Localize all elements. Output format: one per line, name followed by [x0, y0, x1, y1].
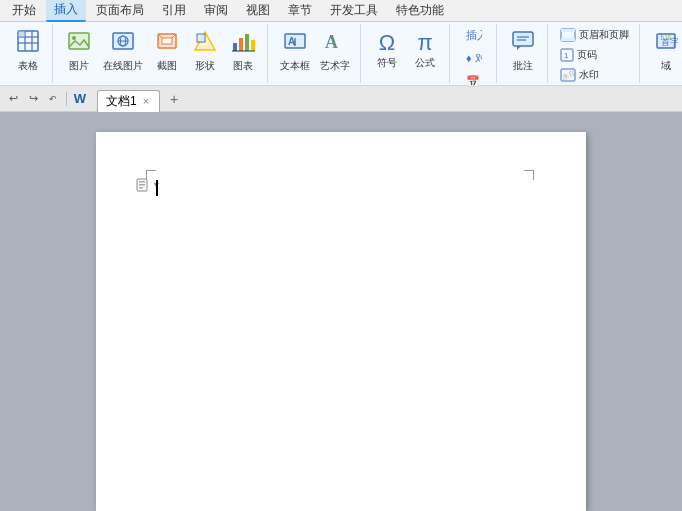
svg-rect-18	[233, 43, 237, 51]
ribbon-group-text: A 文本框 A	[270, 24, 361, 83]
svg-rect-20	[245, 34, 249, 51]
ribbon-group-links: 插入数字 ♦ 对象 📅 日期	[452, 24, 497, 83]
svg-rect-30	[513, 32, 533, 46]
screenshot-label: 截图	[157, 59, 177, 73]
textbox-label: 文本框	[280, 59, 310, 73]
svg-rect-6	[69, 33, 89, 49]
text-cursor	[156, 180, 158, 196]
watermark-button[interactable]: 水印 水印	[556, 66, 603, 84]
doc1-tab[interactable]: 文档1 ×	[97, 90, 160, 112]
undo-button[interactable]: ↩	[4, 90, 22, 108]
svg-rect-19	[239, 38, 243, 51]
object-icon: ♦ 对象	[466, 51, 482, 68]
symbol-icon: Ω	[379, 32, 395, 54]
symbol-button[interactable]: Ω 符号	[369, 26, 405, 76]
new-tab-button[interactable]: +	[164, 89, 184, 109]
shape-icon	[193, 29, 217, 57]
note-icon	[511, 29, 535, 57]
menu-insert[interactable]: 插入	[46, 0, 86, 22]
note-button[interactable]: 批注	[505, 26, 541, 76]
note-label: 批注	[513, 59, 533, 73]
divider	[66, 92, 67, 106]
textbox-button[interactable]: A 文本框	[276, 26, 314, 76]
wordart-label: 艺术字	[320, 59, 350, 73]
svg-text:水印: 水印	[561, 69, 576, 80]
ribbon-group-table-items: 表格	[10, 26, 46, 81]
menu-review[interactable]: 审阅	[196, 0, 236, 21]
insertnum-icon: 插入数字	[466, 28, 482, 45]
ribbon-comment-items: 批注	[505, 26, 541, 81]
area-icon: 首字 下沉	[654, 29, 678, 57]
ribbon-text-items: A 文本框 A	[276, 26, 354, 81]
redo-button[interactable]: ↪	[24, 90, 42, 108]
svg-text:1: 1	[564, 51, 569, 60]
svg-rect-36	[561, 38, 575, 41]
svg-rect-21	[251, 40, 255, 51]
ribbon-links-items: 插入数字 ♦ 对象 📅 日期	[458, 26, 490, 93]
insertnum-button[interactable]: 插入数字	[458, 26, 490, 47]
date-icon: 📅 日期	[466, 74, 482, 91]
svg-rect-35	[561, 29, 575, 32]
svg-text:A: A	[325, 32, 338, 52]
document-page[interactable]: ▼	[96, 132, 586, 511]
doc1-tab-close[interactable]: ×	[143, 95, 149, 107]
svg-text:下沉: 下沉	[658, 33, 672, 40]
symbol-label: 符号	[377, 56, 397, 70]
area-button[interactable]: 首字 下沉 域	[648, 26, 682, 76]
svg-point-7	[72, 36, 76, 40]
online-picture-button[interactable]: 在线图片	[99, 26, 147, 76]
undo2-button[interactable]: ↶	[44, 90, 62, 108]
menu-layout[interactable]: 页面布局	[88, 0, 152, 21]
menu-devtools[interactable]: 开发工具	[322, 0, 386, 21]
picture-icon	[67, 29, 91, 57]
shape-button[interactable]: 形状	[187, 26, 223, 76]
table-label: 表格	[18, 59, 38, 73]
svg-rect-47	[139, 187, 143, 189]
tab-controls: ↩ ↪ ↶ W	[4, 90, 89, 108]
headfoot-button[interactable]: 页眉和页脚	[556, 26, 633, 44]
formula-label: 公式	[415, 56, 435, 70]
tab-bar: ↩ ↪ ↶ W 文档1 × +	[0, 86, 682, 112]
ribbon-symbols-items: Ω 符号 π 公式	[369, 26, 443, 81]
date-button[interactable]: 📅 日期	[458, 72, 490, 93]
svg-text:插入数字: 插入数字	[466, 29, 482, 41]
doc1-tab-label: 文档1	[106, 93, 137, 110]
object-button[interactable]: ♦ 对象	[458, 49, 490, 70]
ribbon-illustrations-items: 图片 在线图片	[61, 26, 261, 81]
ribbon-area-items: 首字 下沉 域	[648, 26, 682, 81]
menu-reference[interactable]: 引用	[154, 0, 194, 21]
chart-label: 图表	[233, 59, 253, 73]
wordart-icon: A	[323, 29, 347, 57]
online-picture-icon	[111, 29, 135, 57]
svg-text:A: A	[288, 36, 295, 47]
online-picture-label: 在线图片	[103, 59, 143, 73]
formula-icon: π	[417, 32, 432, 54]
menu-bar: 开始 插入 页面布局 引用 审阅 视图 章节 开发工具 特色功能	[0, 0, 682, 22]
menu-special[interactable]: 特色功能	[388, 0, 452, 21]
svg-rect-45	[139, 181, 145, 183]
table-button[interactable]: 表格	[10, 26, 46, 76]
chart-icon	[231, 29, 255, 57]
shape-label: 形状	[195, 59, 215, 73]
document-area: ▼	[0, 112, 682, 511]
svg-rect-5	[18, 31, 25, 37]
menu-start[interactable]: 开始	[4, 0, 44, 21]
corner-mark-tr	[524, 170, 534, 180]
ribbon-headfoot-items: 页眉和页脚 1 页码 水印 水印	[556, 26, 633, 84]
picture-button[interactable]: 图片	[61, 26, 97, 76]
pagenum-button[interactable]: 1 页码	[556, 46, 601, 64]
menu-view[interactable]: 视图	[238, 0, 278, 21]
svg-rect-13	[162, 38, 172, 44]
svg-rect-46	[139, 184, 145, 186]
screenshot-button[interactable]: 截图	[149, 26, 185, 76]
chart-button[interactable]: 图表	[225, 26, 261, 76]
ribbon-group-headfoot: 页眉和页脚 1 页码 水印 水印	[550, 24, 640, 83]
headfoot-label: 页眉和页脚	[579, 28, 629, 42]
wordart-button[interactable]: A 艺术字	[316, 26, 354, 76]
formula-button[interactable]: π 公式	[407, 26, 443, 76]
w-icon: W	[71, 90, 89, 108]
screenshot-icon	[155, 29, 179, 57]
watermark-label: 水印	[579, 68, 599, 82]
menu-chapter[interactable]: 章节	[280, 0, 320, 21]
svg-text:♦ 对象: ♦ 对象	[466, 52, 482, 64]
